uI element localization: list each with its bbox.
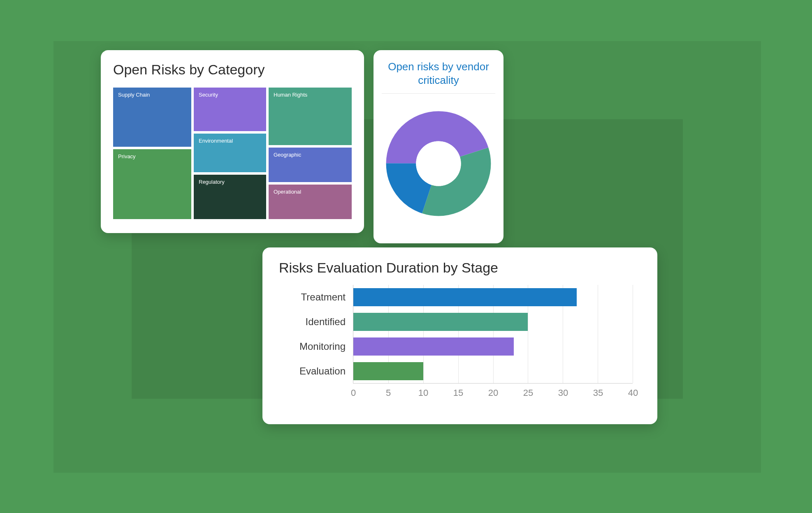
treemap-tile-label: Regulatory — [199, 179, 225, 185]
treemap-tile-supply-chain[interactable]: Supply Chain — [113, 88, 191, 147]
risks-evaluation-duration-card: Risks Evaluation Duration by Stage Treat… — [262, 247, 657, 424]
donut-chart[interactable] — [382, 94, 495, 233]
bar-y-labels: Treatment Identified Monitoring Evaluati… — [279, 285, 353, 384]
bar-tick: 0 — [351, 388, 356, 398]
treemap-tile-privacy[interactable]: Privacy — [113, 149, 191, 219]
bar-tick: 30 — [558, 388, 568, 398]
svg-point-3 — [416, 141, 461, 186]
bar-label-treatment: Treatment — [301, 287, 346, 307]
treemap-tile-security[interactable]: Security — [194, 88, 266, 131]
treemap-tile-label: Human Rights — [274, 92, 307, 98]
treemap-tile-environmental[interactable]: Environmental — [194, 134, 266, 172]
treemap-tile-label: Operational — [274, 189, 301, 195]
treemap-tile-operational[interactable]: Operational — [269, 185, 352, 219]
donut-icon — [385, 110, 492, 217]
open-risks-by-category-card: Open Risks by Category Supply Chain Priv… — [101, 50, 364, 233]
bar-x-ticks: 0 5 10 15 20 25 30 35 40 — [353, 388, 633, 404]
bar-identified[interactable] — [353, 313, 528, 331]
treemap-tile-label: Supply Chain — [118, 92, 150, 98]
treemap-tile-label: Environmental — [199, 138, 233, 144]
bar-tick: 40 — [628, 388, 638, 398]
bar-label-identified: Identified — [306, 312, 346, 332]
bar-monitoring[interactable] — [353, 337, 514, 356]
treemap-tile-label: Privacy — [118, 153, 136, 159]
bar-tick: 15 — [453, 388, 463, 398]
bar-label-monitoring: Monitoring — [299, 337, 346, 356]
bar-chart[interactable]: Treatment Identified Monitoring Evaluati… — [279, 285, 641, 408]
bar-tick: 10 — [418, 388, 428, 398]
bar-treatment[interactable] — [353, 288, 577, 306]
treemap-tile-human-rights[interactable]: Human Rights — [269, 88, 352, 145]
treemap-title: Open Risks by Category — [113, 62, 352, 78]
bar-tick: 20 — [488, 388, 498, 398]
bar-tick: 35 — [593, 388, 603, 398]
treemap-tile-label: Security — [199, 92, 218, 98]
treemap-tile-regulatory[interactable]: Regulatory — [194, 175, 266, 219]
bar-evaluation[interactable] — [353, 362, 423, 380]
treemap-chart[interactable]: Supply Chain Privacy Security Environmen… — [113, 88, 352, 219]
treemap-tile-label: Geographic — [274, 152, 301, 158]
treemap-tile-geographic[interactable]: Geographic — [269, 148, 352, 182]
bar-title: Risks Evaluation Duration by Stage — [279, 260, 641, 276]
donut-title: Open risks by vendor criticality — [382, 60, 495, 94]
bar-tick: 25 — [523, 388, 533, 398]
bar-label-evaluation: Evaluation — [299, 361, 346, 381]
bar-tick: 5 — [386, 388, 391, 398]
bar-plot-area: 0 5 10 15 20 25 30 35 40 — [353, 285, 633, 384]
open-risks-by-vendor-criticality-card: Open risks by vendor criticality — [374, 50, 503, 243]
